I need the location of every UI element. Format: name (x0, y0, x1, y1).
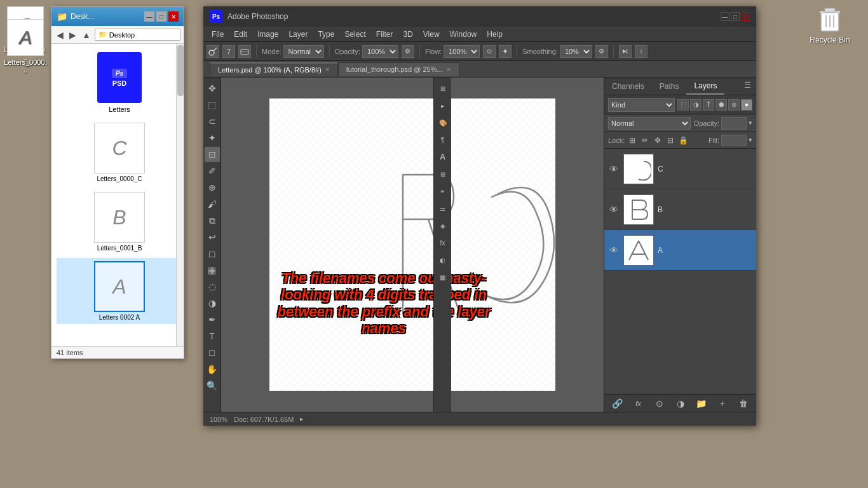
eyedropper-tool[interactable]: ✐ (205, 163, 220, 179)
back-button[interactable]: ◀ (55, 30, 65, 40)
smoothing-gear[interactable]: ⚙ (595, 45, 608, 58)
flow-dynamics[interactable]: ⊙ (483, 45, 496, 58)
tab-letters[interactable]: Letters.psd @ 100% (A, RGB/8#) ✕ (210, 62, 338, 76)
link-layers-btn[interactable]: 🔗 (611, 397, 624, 410)
tab-paths[interactable]: Paths (652, 78, 687, 95)
canvas-rotation[interactable]: ⧔ (619, 45, 632, 58)
tab-channels[interactable]: Channels (604, 78, 652, 95)
menu-3d[interactable]: 3D (398, 27, 417, 41)
heal-tool[interactable]: ⊕ (205, 180, 220, 195)
ps-minimize[interactable]: — (721, 12, 729, 21)
menu-file[interactable]: File (207, 27, 229, 41)
color-btn[interactable]: 🎨 (435, 115, 451, 130)
lock-all-icon[interactable]: 🔒 (677, 135, 689, 146)
menu-layer[interactable]: Layer (283, 27, 313, 41)
filter-smart-icon[interactable]: ⊛ (728, 99, 740, 111)
opacity-input[interactable]: 100% (721, 117, 747, 130)
scrollbar[interactable] (176, 44, 184, 346)
wand-tool[interactable]: ✦ (205, 130, 220, 146)
filter-toggle[interactable]: ● (741, 99, 752, 111)
3d-btn[interactable]: ◈ (435, 218, 451, 233)
paragraph-btn[interactable]: ¶ (435, 132, 451, 147)
ps-close[interactable]: ✕ (741, 12, 750, 21)
ps-maximize[interactable]: □ (731, 12, 740, 21)
up-button[interactable]: ▲ (80, 30, 93, 40)
airbrush-btn[interactable]: ✦ (499, 45, 512, 58)
opacity-select[interactable]: 100% (362, 45, 398, 58)
forward-button[interactable]: ▶ (67, 30, 78, 40)
menu-filter[interactable]: Filter (371, 27, 398, 41)
recycle-bin-icon[interactable]: Recycle Bin (804, 3, 855, 44)
brush-size-btn[interactable]: 7 (222, 45, 235, 58)
grid-btn[interactable]: ⊞ (435, 166, 451, 182)
menu-window[interactable]: Window (445, 27, 482, 41)
layer-row-b[interactable]: 👁 B (604, 189, 756, 230)
lock-pixels-icon[interactable]: ⊞ (627, 135, 638, 146)
visibility-c[interactable]: 👁 (608, 163, 620, 175)
brush-toggle[interactable] (238, 45, 251, 58)
scroll-thumb[interactable] (177, 45, 184, 96)
opacity-arrow[interactable]: ▾ (749, 119, 752, 127)
minimize-button[interactable]: — (144, 11, 154, 22)
new-layer-btn[interactable]: + (716, 397, 729, 410)
fx-btn[interactable]: fx (435, 235, 451, 250)
file-item-b[interactable]: B Letters_0001_B (57, 189, 182, 255)
align-btn[interactable]: ≡ (435, 184, 451, 199)
tab-tutorial[interactable]: tutorial_thorough.psd @ 25%... ✕ (338, 62, 459, 76)
desktop-icon-a[interactable]: A Letters_0000... (3, 19, 48, 74)
select-tool[interactable]: ⬚ (205, 97, 220, 112)
filter-shape-icon[interactable]: ⬟ (715, 99, 727, 111)
lock-position-icon[interactable]: ✥ (652, 135, 663, 146)
swatches-btn[interactable]: ▦ (435, 269, 451, 285)
address-bar[interactable]: 📁 Desktop (95, 29, 180, 41)
pen-tool[interactable]: ✒ (205, 312, 220, 327)
dodge-tool[interactable]: ◑ (205, 295, 220, 311)
file-item-c[interactable]: C Letters_0000_C (57, 119, 182, 186)
filter-pixel-icon[interactable]: ⬚ (677, 99, 689, 111)
menu-view[interactable]: View (418, 27, 445, 41)
visibility-b[interactable]: 👁 (608, 204, 620, 215)
lasso-tool[interactable]: ⊂ (205, 114, 220, 129)
hand-tool[interactable]: ✋ (205, 362, 220, 377)
fx-btn-bottom[interactable]: fx (632, 397, 645, 410)
history-tool[interactable]: ↩ (205, 229, 220, 245)
adjust-btn[interactable]: ◐ (435, 252, 451, 268)
panel-menu-btn[interactable]: ☰ (739, 78, 756, 95)
menu-image[interactable]: Image (252, 27, 283, 41)
visibility-a[interactable]: 👁 (608, 245, 620, 256)
eraser-tool[interactable]: ◻ (205, 246, 220, 261)
char-btn[interactable]: A (435, 149, 451, 165)
kind-filter-select[interactable]: Kind (608, 98, 675, 112)
filter-text-icon[interactable]: T (703, 99, 714, 111)
sample-size-btn[interactable]: ▸ (435, 98, 451, 113)
tab-layers[interactable]: Layers (686, 78, 724, 95)
delete-layer-btn[interactable]: 🗑 (737, 397, 750, 410)
blur-tool[interactable]: ◌ (205, 279, 220, 294)
fill-arrow[interactable]: ▾ (749, 136, 752, 144)
brush-tool[interactable]: 🖌 (205, 196, 220, 212)
blend-mode-select[interactable]: Normal (608, 117, 691, 130)
move-tool[interactable]: ✥ (205, 81, 220, 96)
shape-tool[interactable]: □ (205, 345, 220, 360)
fill-input[interactable]: 100% (721, 135, 747, 146)
filter-adj-icon[interactable]: ◑ (690, 99, 702, 111)
flow-select[interactable]: 100% (444, 45, 480, 58)
zoom-tool[interactable]: 🔍 (205, 378, 220, 393)
text-tool[interactable]: T (205, 329, 220, 344)
menu-edit[interactable]: Edit (229, 27, 252, 41)
opacity-dynamics[interactable]: ⚙ (402, 45, 414, 58)
lock-image-icon[interactable]: ✏ (639, 135, 651, 146)
file-item-letters-psd[interactable]: Ps PSD Letters (57, 49, 182, 116)
menu-help[interactable]: Help (482, 27, 508, 41)
gradient-tool[interactable]: ▦ (205, 262, 220, 278)
layer-row-c[interactable]: 👁 C (604, 149, 756, 189)
menu-select[interactable]: Select (339, 27, 370, 41)
adjustment-btn[interactable]: ◑ (674, 397, 687, 410)
tab-tutorial-close[interactable]: ✕ (446, 66, 451, 73)
folder-btn[interactable]: 📁 (695, 397, 708, 410)
menu-type[interactable]: Type (313, 27, 339, 41)
status-arrow[interactable]: ▸ (300, 415, 304, 423)
lock-artboard-icon[interactable]: ⊟ (665, 135, 676, 146)
crop-tool[interactable]: ⊡ (205, 147, 220, 162)
maximize-button[interactable]: □ (156, 11, 166, 22)
